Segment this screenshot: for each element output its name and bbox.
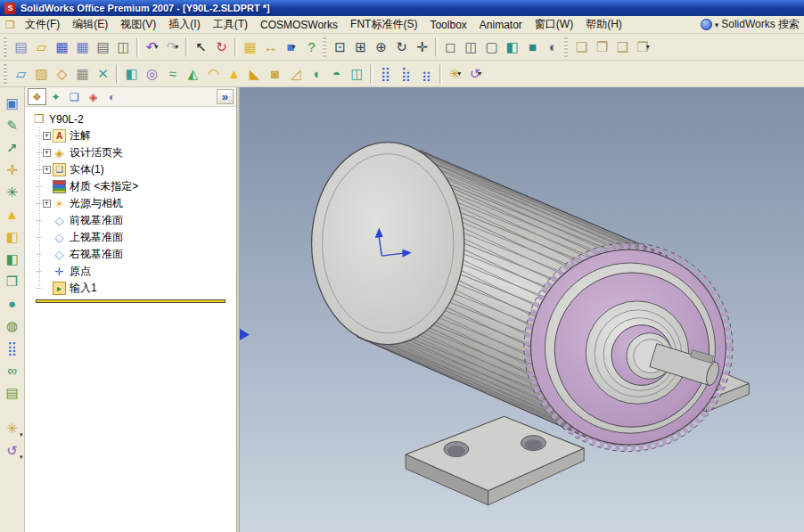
axis-arrow-icon[interactable]: ↗ ▾: [2, 137, 23, 159]
curves-icon[interactable]: ↺ ▾: [465, 63, 486, 84]
zoom-area-icon[interactable]: ⊞ ▾: [350, 37, 371, 57]
toolbar-separator[interactable]: ▾: [370, 64, 373, 84]
toolbar-separator[interactable]: ▾: [116, 64, 119, 84]
rotate-view-icon[interactable]: ↻ ▾: [391, 37, 412, 57]
appearance-icon[interactable]: ■ ▾: [281, 37, 301, 57]
toolbar-separator[interactable]: ▾: [185, 37, 188, 57]
shaded-with-edges-icon[interactable]: ◧ ▾: [502, 37, 522, 57]
lofted-boss-icon[interactable]: ◭ ▾: [183, 63, 203, 84]
layers-icon[interactable]: ▤ ▾: [2, 382, 23, 404]
tree-item-solid-bodies[interactable]: + 实体(1): [33, 161, 234, 178]
reference-geometry-icon[interactable]: ✳ ▾: [445, 63, 465, 84]
grid-icon[interactable]: ▦ ▾: [72, 63, 93, 84]
pattern-dots-icon[interactable]: ⣿ ▾: [2, 338, 23, 359]
dropdown-arrow-icon[interactable]: ▾: [478, 70, 481, 78]
menu-animator[interactable]: Animator: [473, 17, 529, 33]
save-all-icon[interactable]: ▦ ▾: [72, 37, 93, 57]
expander-icon[interactable]: +: [43, 132, 51, 140]
chamfer-icon[interactable]: ◣ ▾: [244, 63, 265, 84]
redo-icon[interactable]: ↷ ▾: [162, 37, 183, 57]
view-cube-dimetric-icon[interactable]: ❒ ▾: [633, 37, 653, 57]
wrap-icon[interactable]: ◖ ▾: [306, 63, 326, 84]
circular-pattern-icon[interactable]: ⣷ ▾: [396, 63, 416, 84]
shell-icon[interactable]: ◙ ▾: [265, 63, 285, 84]
rebuild-icon[interactable]: ↻ ▾: [211, 37, 232, 57]
dropdown-arrow-icon[interactable]: ▾: [154, 44, 158, 51]
open-file-icon[interactable]: ▱ ▾: [31, 37, 52, 57]
mirror-icon[interactable]: ◫ ▾: [347, 63, 367, 84]
print-preview-icon[interactable]: ◫ ▾: [113, 37, 134, 57]
new-file-icon[interactable]: ▤ ▾: [11, 37, 31, 57]
tree-item-annotations[interactable]: + 注解: [33, 127, 234, 144]
dropdown-arrow-icon[interactable]: ▾: [292, 44, 296, 51]
note-icon[interactable]: ✳ ▾: [2, 182, 23, 203]
document-part-icon[interactable]: ❒: [4, 19, 17, 31]
cube-icon[interactable]: ❒ ▾: [2, 271, 23, 292]
help-icon[interactable]: ? ▾: [301, 37, 322, 57]
section-view-icon[interactable]: ◐ ▾: [543, 37, 563, 57]
toolbar-grip[interactable]: ▾: [4, 64, 7, 84]
bell-icon[interactable]: ▲ ▾: [224, 63, 244, 84]
zoom-in-out-icon[interactable]: ⊕ ▾: [371, 37, 391, 57]
fillet-icon[interactable]: ◠ ▾: [203, 63, 224, 84]
trim-icon[interactable]: ✕ ▾: [93, 63, 113, 84]
search-widget[interactable]: ▾ SolidWorks 搜索: [701, 17, 800, 32]
expander-icon[interactable]: +: [43, 166, 51, 174]
shaded-icon[interactable]: ■ ▾: [522, 37, 543, 57]
expander-icon[interactable]: +: [43, 200, 51, 208]
swept-boss-icon[interactable]: ≈ ▾: [162, 63, 183, 84]
print-icon[interactable]: ▤ ▾: [93, 37, 113, 57]
menu-edit[interactable]: 编辑(E): [66, 15, 114, 34]
extruded-boss-icon[interactable]: ◧ ▾: [121, 63, 142, 84]
sketch-grid-icon[interactable]: ▦ ▾: [240, 37, 260, 57]
green-box-icon[interactable]: ◧ ▾: [2, 249, 23, 270]
pencil-icon[interactable]: ✎ ▾: [2, 115, 23, 136]
hidden-lines-visible-icon[interactable]: ◫ ▾: [461, 37, 481, 57]
dropdown-arrow-icon[interactable]: ▾: [646, 44, 650, 51]
toolbar-separator[interactable]: ▾: [136, 37, 139, 57]
tab-featuremanager[interactable]: ❖: [28, 88, 46, 105]
collapse-panel-button[interactable]: »: [217, 89, 234, 104]
viewport-screen-icon[interactable]: ▣ ▾: [2, 93, 23, 114]
toolbar-grip[interactable]: ▾: [564, 37, 568, 57]
tree-item-lights-cameras[interactable]: + 光源与相机: [33, 195, 234, 212]
menu-fnt-standard-parts[interactable]: FNT标准件(S): [344, 15, 423, 34]
menu-toolbox[interactable]: Toolbox: [423, 17, 472, 33]
save-icon[interactable]: ▦ ▾: [52, 37, 72, 57]
disc-icon[interactable]: ◍ ▾: [2, 315, 23, 337]
tree-item-origin[interactable]: 原点: [33, 263, 234, 280]
menu-cosmosworks[interactable]: COSMOSWorks: [254, 17, 344, 33]
titlebar[interactable]: S SolidWorks Office Premium 2007 - [Y90L…: [0, 0, 804, 16]
search-dropdown-arrow[interactable]: ▾: [715, 20, 719, 29]
menu-window[interactable]: 窗口(W): [529, 15, 579, 34]
dropdown-arrow-icon[interactable]: ▾: [20, 431, 23, 438]
toolbar-separator[interactable]: ▾: [439, 64, 442, 84]
tree-item-design-binder[interactable]: + 设计活页夹: [33, 144, 234, 161]
viewport-3d[interactable]: [240, 87, 804, 532]
tab-configurationmanager[interactable]: ❏: [65, 88, 84, 105]
view-orientation-cube-icon[interactable]: ❏ ▾: [571, 37, 592, 57]
menu-view[interactable]: 视图(V): [114, 15, 162, 34]
pan-icon[interactable]: ✛ ▾: [412, 37, 432, 57]
tree-root-item[interactable]: Y90L-2: [27, 110, 234, 127]
rollback-bar[interactable]: [36, 299, 226, 303]
tree-item-material[interactable]: 材质 <未指定>: [33, 178, 234, 195]
reference-plane-icon[interactable]: ▱ ▾: [11, 63, 31, 84]
tree-item-right-plane[interactable]: 右视基准面: [33, 246, 234, 263]
dropdown-arrow-icon[interactable]: ▾: [20, 454, 23, 461]
toolbar-separator[interactable]: ▾: [234, 37, 237, 57]
draft-icon[interactable]: ◿ ▾: [285, 63, 306, 84]
undo-icon[interactable]: ↶ ▾: [142, 37, 162, 57]
dome-icon[interactable]: ◓ ▾: [326, 63, 347, 84]
toolbar-separator[interactable]: ▾: [435, 37, 438, 57]
toolbar-grip[interactable]: ▾: [323, 37, 326, 57]
view-cube-front-icon[interactable]: ❐ ▾: [592, 37, 612, 57]
spline-icon[interactable]: ↺ ▾: [2, 440, 23, 462]
star-burst-icon[interactable]: ✳ ▾: [2, 418, 23, 439]
toolbar-grip[interactable]: ▾: [4, 37, 7, 57]
tree-item-front-plane[interactable]: 前视基准面: [33, 212, 234, 229]
hidden-lines-removed-icon[interactable]: ▢ ▾: [481, 37, 502, 57]
view-cube-iso-icon[interactable]: ❑ ▾: [612, 37, 633, 57]
select-cursor-icon[interactable]: ↖ ▾: [191, 37, 211, 57]
search-icon[interactable]: [701, 19, 712, 30]
